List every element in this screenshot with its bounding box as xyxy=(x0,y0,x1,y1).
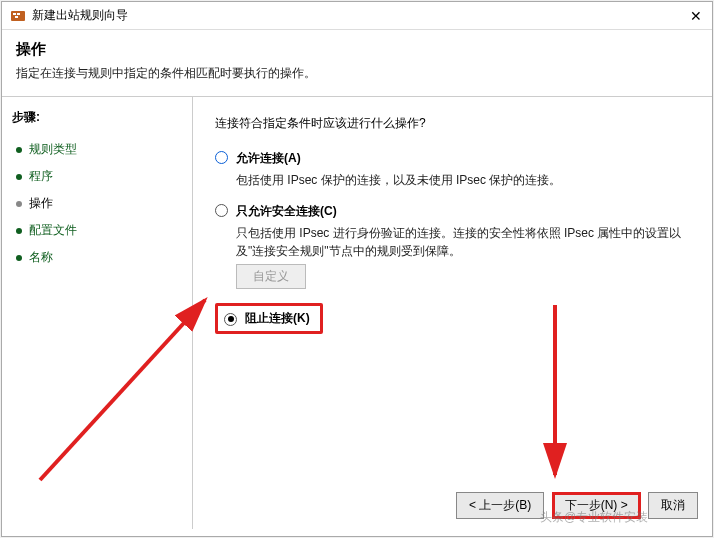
radio-secure[interactable] xyxy=(215,204,228,217)
option-allow: 允许连接(A) 包括使用 IPsec 保护的连接，以及未使用 IPsec 保护的… xyxy=(215,150,690,189)
step-label: 规则类型 xyxy=(29,141,77,158)
step-label: 操作 xyxy=(29,195,53,212)
step-label: 程序 xyxy=(29,168,53,185)
close-button[interactable]: ✕ xyxy=(690,8,702,24)
option-block-label: 阻止连接(K) xyxy=(245,310,310,327)
page-description: 指定在连接与规则中指定的条件相匹配时要执行的操作。 xyxy=(16,65,698,82)
option-allow-label: 允许连接(A) xyxy=(236,150,301,167)
customize-button: 自定义 xyxy=(236,264,306,289)
step-profile[interactable]: 配置文件 xyxy=(12,217,182,244)
body: 步骤: 规则类型 程序 操作 配置文件 名称 连接符合指定条件时应该进行什么操作… xyxy=(2,97,712,529)
option-secure-label: 只允许安全连接(C) xyxy=(236,203,337,220)
window-title: 新建出站规则向导 xyxy=(32,7,128,24)
option-secure-desc: 只包括使用 IPsec 进行身份验证的连接。连接的安全性将依照 IPsec 属性… xyxy=(236,224,686,260)
step-label: 名称 xyxy=(29,249,53,266)
radio-block[interactable] xyxy=(224,313,237,326)
step-label: 配置文件 xyxy=(29,222,77,239)
content-panel: 连接符合指定条件时应该进行什么操作? 允许连接(A) 包括使用 IPsec 保护… xyxy=(192,97,712,529)
cancel-button[interactable]: 取消 xyxy=(648,492,698,519)
option-secure: 只允许安全连接(C) 只包括使用 IPsec 进行身份验证的连接。连接的安全性将… xyxy=(215,203,690,289)
wizard-window: 新建出站规则向导 ✕ 操作 指定在连接与规则中指定的条件相匹配时要执行的操作。 … xyxy=(1,1,713,537)
page-title: 操作 xyxy=(16,40,698,59)
steps-label: 步骤: xyxy=(12,109,182,126)
firewall-icon xyxy=(10,8,26,24)
svg-rect-2 xyxy=(17,13,20,15)
header-panel: 操作 指定在连接与规则中指定的条件相匹配时要执行的操作。 xyxy=(2,30,712,97)
highlight-block-option: 阻止连接(K) xyxy=(215,303,323,334)
titlebar: 新建出站规则向导 ✕ xyxy=(2,2,712,30)
step-rule-type[interactable]: 规则类型 xyxy=(12,136,182,163)
option-allow-desc: 包括使用 IPsec 保护的连接，以及未使用 IPsec 保护的连接。 xyxy=(236,171,686,189)
radio-allow[interactable] xyxy=(215,151,228,164)
back-button[interactable]: < 上一步(B) xyxy=(456,492,544,519)
steps-sidebar: 步骤: 规则类型 程序 操作 配置文件 名称 xyxy=(2,97,192,529)
watermark-overlay: 头条@专业软件安装 xyxy=(540,509,648,526)
step-name[interactable]: 名称 xyxy=(12,244,182,271)
step-program[interactable]: 程序 xyxy=(12,163,182,190)
step-action[interactable]: 操作 xyxy=(12,190,182,217)
question-text: 连接符合指定条件时应该进行什么操作? xyxy=(215,115,690,132)
option-block: 阻止连接(K) xyxy=(215,303,690,334)
svg-rect-3 xyxy=(15,16,18,18)
svg-rect-1 xyxy=(13,13,16,15)
